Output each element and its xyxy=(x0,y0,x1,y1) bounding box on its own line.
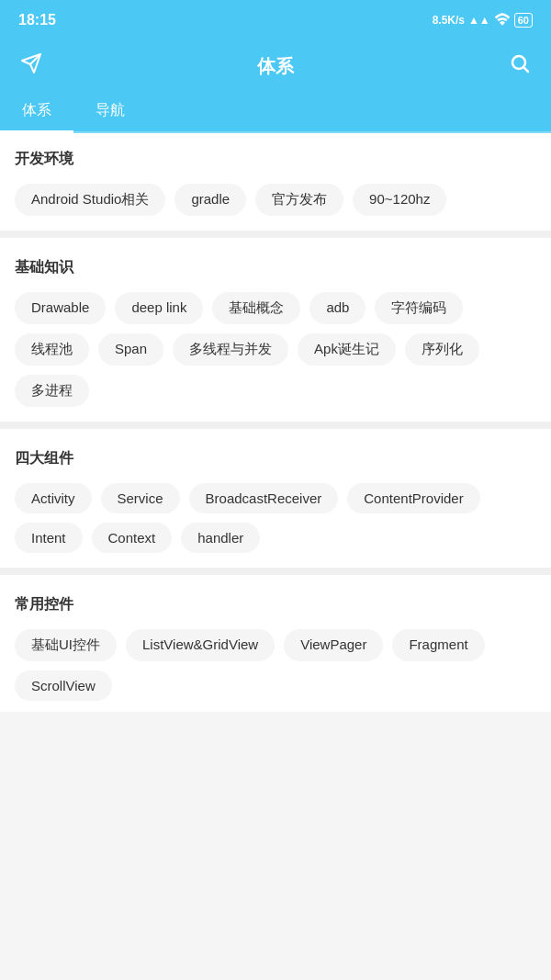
tag-multithread[interactable]: 多线程与并发 xyxy=(173,333,288,366)
status-bar: 18:15 8.5K/s ▲▲ 60 xyxy=(0,0,551,40)
section-basic-title: 基础知识 xyxy=(15,258,536,277)
page-title: 体系 xyxy=(257,54,294,79)
tag-thread-pool[interactable]: 线程池 xyxy=(15,333,89,366)
svg-line-3 xyxy=(524,68,528,72)
tag-basic-concept[interactable]: 基础概念 xyxy=(212,292,300,324)
section-four-components: 四大组件 Activity Service BroadcastReceiver … xyxy=(15,433,536,564)
section-dev-env-tags: Android Studio相关 gradle 官方发布 90~120hz xyxy=(15,184,536,216)
back-send-button[interactable] xyxy=(15,52,48,80)
tag-content-provider[interactable]: ContentProvider xyxy=(347,483,479,513)
section-dev-env-title: 开发环境 xyxy=(15,150,536,169)
tag-listview-gridview[interactable]: ListView&GridView xyxy=(126,629,275,661)
section-common-controls: 常用控件 基础UI控件 ListView&GridView ViewPager … xyxy=(15,579,536,712)
wifi-icon xyxy=(494,13,511,28)
status-time: 18:15 xyxy=(18,12,56,28)
tag-viewpager[interactable]: ViewPager xyxy=(284,629,383,661)
tag-broadcast-receiver[interactable]: BroadcastReceiver xyxy=(189,483,339,513)
divider-3 xyxy=(0,568,551,575)
tag-gradle[interactable]: gradle xyxy=(174,184,246,216)
battery-icon: 60 xyxy=(514,13,533,28)
status-icons: 8.5K/s ▲▲ 60 xyxy=(433,13,533,28)
tag-deep-link[interactable]: deep link xyxy=(115,292,203,324)
tag-90-120hz[interactable]: 90~120hz xyxy=(353,184,446,216)
tag-basic-ui[interactable]: 基础UI控件 xyxy=(15,629,117,661)
tag-activity[interactable]: Activity xyxy=(15,483,92,513)
section-controls-title: 常用控件 xyxy=(15,595,536,614)
section-four-tags: Activity Service BroadcastReceiver Conte… xyxy=(15,483,536,553)
signal-icon: ▲▲ xyxy=(468,14,490,27)
section-basic-knowledge: 基础知识 Drawable deep link 基础概念 adb 字符编码 线程… xyxy=(15,242,536,418)
tag-service[interactable]: Service xyxy=(101,483,180,513)
tag-intent[interactable]: Intent xyxy=(15,523,83,553)
tag-android-studio[interactable]: Android Studio相关 xyxy=(15,184,165,216)
tag-context[interactable]: Context xyxy=(92,523,173,553)
search-button[interactable] xyxy=(503,52,536,80)
tab-tixie[interactable]: 体系 xyxy=(0,92,73,131)
tag-drawable[interactable]: Drawable xyxy=(15,292,106,324)
tag-char-encoding[interactable]: 字符编码 xyxy=(375,292,463,324)
divider-2 xyxy=(0,422,551,429)
section-dev-env: 开发环境 Android Studio相关 gradle 官方发布 90~120… xyxy=(15,133,536,227)
tag-span[interactable]: Span xyxy=(98,333,163,366)
main-content: 开发环境 Android Studio相关 gradle 官方发布 90~120… xyxy=(0,133,551,712)
section-four-title: 四大组件 xyxy=(15,449,536,468)
divider-1 xyxy=(0,231,551,238)
section-controls-tags: 基础UI控件 ListView&GridView ViewPager Fragm… xyxy=(15,629,536,701)
tag-official-release[interactable]: 官方发布 xyxy=(255,184,343,216)
top-navigation: 体系 xyxy=(0,40,551,92)
section-basic-tags: Drawable deep link 基础概念 adb 字符编码 线程池 Spa… xyxy=(15,292,536,407)
tag-serialization[interactable]: 序列化 xyxy=(405,333,479,366)
network-speed: 8.5K/s xyxy=(433,14,465,27)
tag-scrollview[interactable]: ScrollView xyxy=(15,670,112,701)
tab-daohang[interactable]: 导航 xyxy=(73,92,147,131)
tag-fragment[interactable]: Fragment xyxy=(392,629,484,661)
tab-bar: 体系 导航 xyxy=(0,92,551,133)
tag-adb[interactable]: adb xyxy=(309,292,365,324)
tag-multi-process[interactable]: 多进程 xyxy=(15,375,89,407)
tag-apk-birth[interactable]: Apk诞生记 xyxy=(298,333,396,366)
tag-handler[interactable]: handler xyxy=(181,523,260,553)
